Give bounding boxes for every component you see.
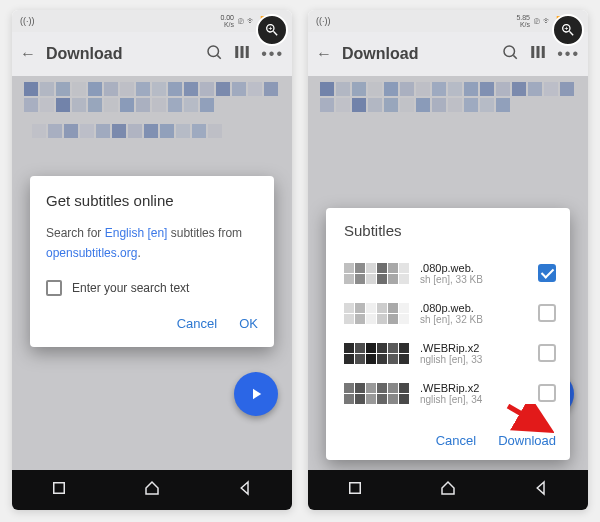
subtitle-checkbox[interactable] xyxy=(538,344,556,362)
subtitle-info: nglish [en], 33 xyxy=(420,354,530,365)
android-nav-bar xyxy=(308,470,588,510)
zoom-icon[interactable] xyxy=(552,14,584,46)
recent-apps-button[interactable] xyxy=(346,479,364,501)
subtitle-thumbnail xyxy=(344,303,412,324)
android-nav-bar xyxy=(12,470,292,510)
subtitle-name: .WEBRip.x2 xyxy=(420,342,530,354)
get-subtitles-dialog: Get subtitles online Search for English … xyxy=(30,176,274,347)
subtitle-checkbox[interactable] xyxy=(538,304,556,322)
svg-rect-5 xyxy=(53,483,64,494)
dialog-title: Subtitles xyxy=(344,222,556,239)
language-link[interactable]: English [en] xyxy=(105,226,168,240)
svg-rect-8 xyxy=(531,46,534,58)
subtitle-row[interactable]: .WEBRip.x2nglish [en], 34 xyxy=(344,373,556,413)
back-icon[interactable]: ← xyxy=(316,45,332,63)
back-button[interactable] xyxy=(532,479,550,501)
cancel-button[interactable]: Cancel xyxy=(436,433,476,448)
search-icon[interactable] xyxy=(501,43,519,65)
subtitle-thumbnail xyxy=(344,263,412,284)
file-list-background: Subtitles .080p.web.sh [en], 33 KB.080p.… xyxy=(308,76,588,470)
home-button[interactable] xyxy=(143,479,161,501)
broadcast-icon: ((·)) xyxy=(316,16,331,26)
subtitles-dialog: Subtitles .080p.web.sh [en], 33 KB.080p.… xyxy=(326,208,570,460)
svg-point-0 xyxy=(208,46,219,57)
wifi-icon: ᯤ xyxy=(543,16,552,26)
broadcast-icon: ((·)) xyxy=(20,16,35,26)
cast-icon: ⎚ xyxy=(238,16,243,26)
view-icon[interactable] xyxy=(529,43,547,65)
svg-rect-3 xyxy=(241,46,244,58)
phone-left: ((·)) 0.00 K/s ⎚ ᯤ 📶 ▢ ← Download ••• Ge… xyxy=(12,10,292,510)
subtitle-row[interactable]: .080p.web.sh [en], 33 KB xyxy=(344,253,556,293)
svg-line-1 xyxy=(218,55,221,58)
recent-apps-button[interactable] xyxy=(50,479,68,501)
svg-line-7 xyxy=(514,55,517,58)
svg-rect-2 xyxy=(235,46,238,58)
svg-rect-10 xyxy=(542,46,545,58)
status-bar: ((·)) 5.85 K/s ⎚ ᯤ 📶 ▢ xyxy=(308,10,588,32)
more-icon[interactable]: ••• xyxy=(261,45,284,63)
svg-rect-12 xyxy=(349,483,360,494)
subtitles-list: .080p.web.sh [en], 33 KB.080p.web.sh [en… xyxy=(344,253,556,413)
page-title: Download xyxy=(46,45,122,63)
wifi-icon: ᯤ xyxy=(247,16,256,26)
search-input[interactable]: Enter your search text xyxy=(72,281,189,295)
search-icon[interactable] xyxy=(205,43,223,65)
status-bar: ((·)) 0.00 K/s ⎚ ᯤ 📶 ▢ xyxy=(12,10,292,32)
subtitle-checkbox[interactable] xyxy=(538,264,556,282)
ok-button[interactable]: OK xyxy=(239,316,258,331)
subtitle-name: .080p.web. xyxy=(420,302,530,314)
subtitle-thumbnail xyxy=(344,343,412,364)
subtitle-checkbox[interactable] xyxy=(538,384,556,402)
net-speed: 0.00 K/s xyxy=(220,14,234,28)
subtitle-name: .080p.web. xyxy=(420,262,530,274)
subtitle-name: .WEBRip.x2 xyxy=(420,382,530,394)
download-button[interactable]: Download xyxy=(498,433,556,448)
subtitle-meta: .WEBRip.x2nglish [en], 34 xyxy=(420,382,530,405)
home-button[interactable] xyxy=(439,479,457,501)
title-bar: ← Download ••• xyxy=(308,32,588,76)
back-icon[interactable]: ← xyxy=(20,45,36,63)
search-input-row[interactable]: Enter your search text xyxy=(46,280,258,296)
subtitle-meta: .080p.web.sh [en], 32 KB xyxy=(420,302,530,325)
svg-rect-9 xyxy=(537,46,540,58)
dialog-title: Get subtitles online xyxy=(46,192,258,209)
subtitle-info: sh [en], 32 KB xyxy=(420,314,530,325)
play-fab[interactable] xyxy=(234,372,278,416)
subtitle-meta: .080p.web.sh [en], 33 KB xyxy=(420,262,530,285)
source-link[interactable]: opensubtitles.org xyxy=(46,246,137,260)
cast-icon: ⎚ xyxy=(534,16,539,26)
cancel-button[interactable]: Cancel xyxy=(177,316,217,331)
net-speed: 5.85 K/s xyxy=(516,14,530,28)
file-list-background: Get subtitles online Search for English … xyxy=(12,76,292,470)
svg-rect-4 xyxy=(246,46,249,58)
search-checkbox-icon[interactable] xyxy=(46,280,62,296)
subtitle-thumbnail xyxy=(344,383,412,404)
more-icon[interactable]: ••• xyxy=(557,45,580,63)
subtitle-info: nglish [en], 34 xyxy=(420,394,530,405)
subtitle-row[interactable]: .WEBRip.x2nglish [en], 33 xyxy=(344,333,556,373)
view-icon[interactable] xyxy=(233,43,251,65)
title-bar: ← Download ••• xyxy=(12,32,292,76)
page-title: Download xyxy=(342,45,418,63)
zoom-icon[interactable] xyxy=(256,14,288,46)
subtitle-info: sh [en], 33 KB xyxy=(420,274,530,285)
phone-right: ((·)) 5.85 K/s ⎚ ᯤ 📶 ▢ ← Download ••• Su… xyxy=(308,10,588,510)
svg-point-6 xyxy=(504,46,515,57)
dialog-body: Search for English [en] subtitles from o… xyxy=(46,223,258,264)
subtitle-row[interactable]: .080p.web.sh [en], 32 KB xyxy=(344,293,556,333)
subtitle-meta: .WEBRip.x2nglish [en], 33 xyxy=(420,342,530,365)
back-button[interactable] xyxy=(236,479,254,501)
